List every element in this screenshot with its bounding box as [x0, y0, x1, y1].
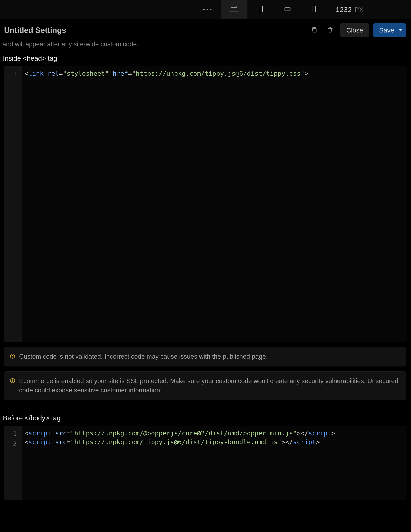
breakpoint-tablet-button[interactable] [247, 0, 274, 19]
chevron-down-icon [399, 29, 402, 31]
validation-warning-text: Custom code is not validated. Incorrect … [19, 352, 268, 361]
viewport-width-unit: PX [355, 6, 364, 14]
copy-button[interactable] [308, 24, 320, 36]
page-title: Untitled Settings [4, 26, 66, 35]
svg-rect-0 [231, 7, 237, 11]
viewport-toolbar: 1232 PX [0, 0, 411, 19]
tablet-portrait-icon [257, 5, 265, 14]
save-button[interactable]: Save [373, 23, 406, 37]
desktop-star-icon [230, 5, 238, 14]
tablet-landscape-icon [283, 5, 292, 14]
header-actions: Close Save [308, 23, 406, 37]
page-header: Untitled Settings Close Save [0, 19, 411, 39]
code-area[interactable]: <link rel="stylesheet" href="https://unp… [22, 66, 407, 342]
svg-point-4 [314, 11, 314, 11]
line-gutter: 12 [4, 426, 22, 500]
copy-icon [311, 26, 318, 34]
breakpoint-mobile-button[interactable] [301, 0, 327, 19]
line-gutter: 1 [4, 66, 22, 342]
trash-icon [327, 26, 334, 34]
breakpoint-desktop-button[interactable] [221, 0, 247, 19]
svg-point-7 [12, 357, 13, 358]
ssl-info-text: Ecommerce is enabled so your site is SSL… [19, 377, 401, 395]
validation-warning: Custom code is not validated. Incorrect … [4, 347, 406, 366]
close-button[interactable]: Close [340, 23, 369, 37]
delete-button[interactable] [324, 24, 336, 36]
svg-point-9 [12, 380, 13, 380]
ellipsis-icon [203, 9, 211, 10]
more-options-button[interactable] [194, 0, 221, 19]
svg-rect-5 [313, 28, 316, 32]
warning-icon [10, 352, 15, 360]
save-button-label: Save [379, 27, 394, 34]
info-icon [10, 377, 15, 384]
code-area[interactable]: <script src="https://unpkg.com/@popperjs… [22, 426, 407, 500]
code-editor-body[interactable]: 12 <script src="https://unpkg.com/@poppe… [4, 426, 407, 500]
svg-rect-1 [259, 6, 262, 12]
close-button-label: Close [346, 27, 363, 34]
section-label-body: Before </body> tag [0, 414, 411, 426]
ssl-info: Ecommerce is enabled so your site is SSL… [4, 371, 406, 400]
viewport-width-display: 1232 PX [336, 6, 364, 14]
section-label-head: Inside <head> tag [0, 55, 411, 66]
description-text: and will appear after any site-wide cust… [0, 39, 411, 55]
svg-rect-2 [285, 8, 290, 11]
code-editor-head[interactable]: 1 <link rel="stylesheet" href="https://u… [4, 66, 407, 342]
breakpoint-landscape-button[interactable] [274, 0, 301, 19]
viewport-width-value[interactable]: 1232 [336, 6, 352, 14]
mobile-icon [310, 5, 318, 14]
